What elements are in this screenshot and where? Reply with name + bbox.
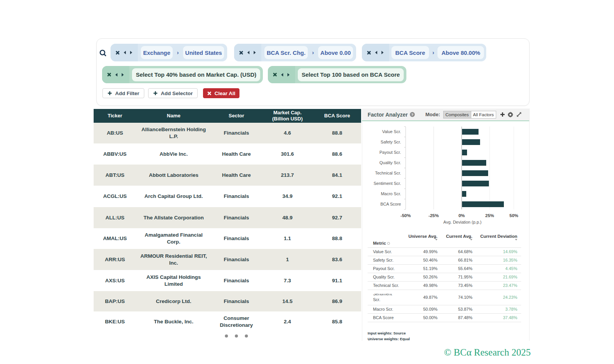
svg-text:Safety Scr.: Safety Scr. <box>381 140 401 144</box>
svg-text:50%: 50% <box>509 213 518 218</box>
svg-text:25%: 25% <box>485 213 494 218</box>
svg-text:-50%: -50% <box>401 213 411 218</box>
svg-text:Payout Scr.: Payout Scr. <box>380 150 401 155</box>
svg-text:Avg. Deviation (p.p.): Avg. Deviation (p.p.) <box>443 220 481 224</box>
svg-text:Quality Scr.: Quality Scr. <box>380 160 401 165</box>
svg-text:BCA Score: BCA Score <box>380 202 401 206</box>
svg-text:Value Scr.: Value Scr. <box>382 129 401 134</box>
svg-text:?: ? <box>411 112 413 117</box>
svg-text:Sentiment Scr.: Sentiment Scr. <box>373 181 401 186</box>
svg-text:-25%: -25% <box>429 213 439 218</box>
svg-text:Macro Scr.: Macro Scr. <box>381 191 401 196</box>
svg-text:Technical Scr.: Technical Scr. <box>375 171 401 175</box>
svg-text:0%: 0% <box>459 213 465 218</box>
